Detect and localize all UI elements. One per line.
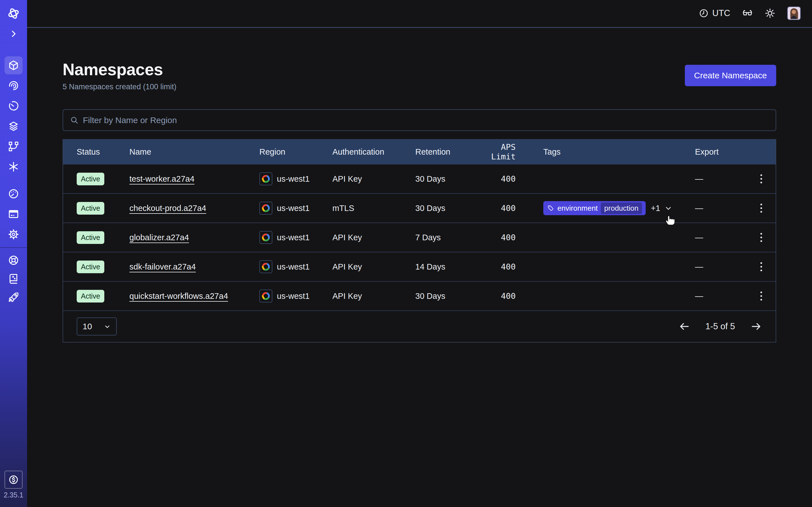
- sidebar-item-schedules[interactable]: [4, 97, 22, 115]
- row-actions-menu[interactable]: [759, 231, 763, 244]
- auth-cell: API Key: [333, 291, 415, 301]
- page-title: Namespaces: [63, 60, 176, 79]
- namespace-link[interactable]: globalizer.a27a4: [130, 233, 189, 242]
- tag-icon: [547, 205, 554, 212]
- export-cell: —: [695, 233, 752, 242]
- aps-limit-cell: 400: [479, 233, 543, 242]
- region-label: us-west1: [277, 291, 310, 301]
- temporal-logo-icon[interactable]: [4, 4, 22, 22]
- sidebar: 2.35.1: [0, 0, 27, 507]
- search-icon: [70, 116, 79, 124]
- col-aps-limit: APS Limit: [479, 142, 543, 161]
- namespaces-table: Status Name Region Authentication Retent…: [63, 139, 776, 342]
- sidebar-item-namespaces[interactable]: [4, 56, 22, 74]
- tag-key: environment: [557, 204, 598, 213]
- auth-cell: mTLS: [333, 204, 415, 213]
- previous-page-button[interactable]: [678, 321, 690, 332]
- aps-limit-cell: 400: [479, 174, 543, 184]
- status-badge: Active: [77, 202, 104, 215]
- theme-toggle-button[interactable]: [765, 8, 775, 18]
- row-actions-menu[interactable]: [759, 173, 763, 185]
- app-version: 2.35.1: [4, 491, 23, 499]
- sidebar-nav-primary: [4, 56, 22, 176]
- export-cell: —: [695, 291, 752, 301]
- user-avatar[interactable]: [787, 6, 801, 20]
- topbar: UTC: [27, 0, 812, 28]
- pricing-button[interactable]: [4, 471, 22, 489]
- sidebar-item-support[interactable]: [4, 251, 22, 269]
- sidebar-nav-account: [4, 185, 22, 243]
- sidebar-item-workflows[interactable]: [4, 76, 22, 95]
- labs-toggle-button[interactable]: [742, 8, 753, 18]
- sidebar-item-task-queues[interactable]: [4, 117, 22, 135]
- col-status: Status: [77, 147, 130, 157]
- sun-icon: [765, 8, 775, 18]
- tags-cell: environment production +1: [543, 201, 695, 215]
- page-size-select[interactable]: 10: [77, 318, 117, 335]
- table-row: Active globalizer.a27a4 us-west1 API Key…: [63, 223, 776, 252]
- status-badge: Active: [77, 173, 104, 185]
- region-label: us-west1: [277, 204, 310, 213]
- table-row: Active test-worker.a27a4 us-west1 API Ke…: [63, 164, 776, 193]
- tags-expand-chevron[interactable]: [665, 205, 672, 212]
- timezone-button[interactable]: UTC: [699, 8, 730, 18]
- gauge-icon: [8, 188, 19, 200]
- chevron-down-icon: [104, 323, 111, 330]
- asterisk-icon: [8, 161, 19, 172]
- sidebar-divider: [0, 247, 27, 248]
- main-content: Namespaces 5 Namespaces created (100 lim…: [27, 29, 812, 507]
- tag-pill[interactable]: environment production: [543, 201, 646, 215]
- aps-limit-cell: 400: [479, 203, 543, 213]
- gcp-cloud-icon: [259, 202, 272, 215]
- sidebar-item-billing[interactable]: [4, 205, 22, 223]
- namespace-link[interactable]: sdk-failover.a27a4: [130, 262, 196, 271]
- col-tags: Tags: [543, 147, 695, 157]
- life-ring-icon: [8, 255, 19, 266]
- col-retention: Retention: [415, 147, 479, 157]
- filter-input[interactable]: [83, 110, 776, 130]
- clock-icon: [699, 8, 709, 18]
- status-badge: Active: [77, 290, 104, 302]
- col-authentication: Authentication: [333, 147, 415, 157]
- rocket-icon: [8, 292, 19, 303]
- page-header: Namespaces 5 Namespaces created (100 lim…: [63, 60, 776, 91]
- row-actions-menu[interactable]: [759, 261, 763, 273]
- table-row: Active checkout-prod.a27a4 us-west1 mTLS…: [63, 193, 776, 223]
- sidebar-item-settings[interactable]: [4, 225, 22, 243]
- export-cell: —: [695, 204, 752, 213]
- gear-icon: [8, 229, 19, 240]
- auth-cell: API Key: [333, 262, 415, 272]
- auth-cell: API Key: [333, 174, 415, 184]
- namespace-link[interactable]: test-worker.a27a4: [130, 174, 195, 183]
- table-header-row: Status Name Region Authentication Retent…: [63, 140, 776, 164]
- spiral-eye-icon: [8, 80, 19, 91]
- auth-cell: API Key: [333, 233, 415, 242]
- sidebar-item-usage[interactable]: [4, 185, 22, 203]
- arrow-left-icon: [678, 321, 690, 332]
- chevron-down-icon: [665, 205, 672, 212]
- namespace-link[interactable]: quickstart-workflows.a27a4: [130, 291, 228, 300]
- status-badge: Active: [77, 231, 104, 244]
- sidebar-item-getting-started[interactable]: [4, 288, 22, 306]
- row-actions-menu[interactable]: [759, 202, 763, 214]
- pagination: 1-5 of 5: [678, 321, 762, 332]
- retention-cell: 30 Days: [415, 204, 479, 213]
- gcp-cloud-icon: [259, 231, 272, 244]
- avatar-image: [788, 7, 800, 19]
- next-page-button[interactable]: [750, 321, 762, 332]
- retention-cell: 14 Days: [415, 262, 479, 272]
- col-export: Export: [695, 147, 752, 157]
- row-actions-menu[interactable]: [759, 290, 763, 302]
- pagination-range: 1-5 of 5: [705, 321, 735, 332]
- create-namespace-button[interactable]: Create Namespace: [685, 65, 776, 86]
- aps-limit-cell: 400: [479, 291, 543, 301]
- sidebar-item-deployments[interactable]: [4, 137, 22, 156]
- glasses-icon: [742, 8, 753, 18]
- retention-cell: 30 Days: [415, 174, 479, 184]
- sidebar-item-nexus[interactable]: [4, 158, 22, 176]
- sidebar-item-docs[interactable]: [4, 270, 22, 288]
- table-footer: 10 1-5 of 5: [63, 311, 776, 342]
- sidebar-expand-chevron-icon[interactable]: [4, 25, 22, 43]
- namespace-link[interactable]: checkout-prod.a27a4: [130, 204, 206, 213]
- gcp-cloud-icon: [259, 290, 272, 302]
